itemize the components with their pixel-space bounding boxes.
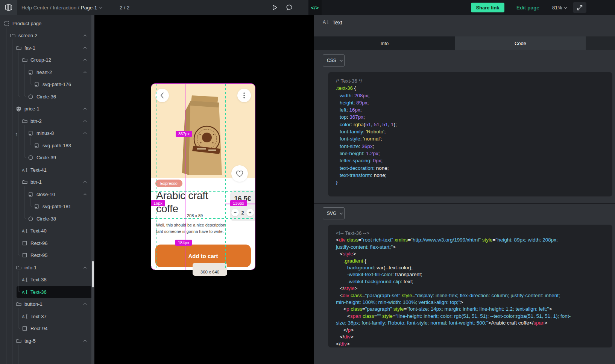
- tree-item-label: close-10: [36, 192, 55, 197]
- tree-item-screen-2[interactable]: screen-2: [0, 30, 91, 42]
- chevron-down-icon: [564, 5, 567, 8]
- tree-item-label: heart-2: [36, 69, 52, 75]
- tree-item-Rect-94[interactable]: Rect-94: [0, 323, 91, 335]
- svg-text:A: A: [22, 290, 25, 294]
- measurement-badge-top: 367px: [176, 131, 192, 137]
- tree-item-Circle-38[interactable]: Circle-38: [0, 213, 91, 225]
- rect-icon: [22, 252, 27, 258]
- tree-item-label: Text-37: [30, 314, 47, 319]
- code-line: text-decoration: none;: [336, 165, 606, 172]
- collapse-chevron-icon[interactable]: [81, 179, 86, 185]
- tree-item-Circle-36[interactable]: Circle-36: [0, 91, 91, 103]
- collapse-chevron-icon[interactable]: [81, 45, 86, 51]
- collapse-chevron-icon[interactable]: [81, 106, 86, 112]
- tree-item-tag-5[interactable]: tag-5: [0, 335, 91, 347]
- design-canvas[interactable]: Expresso Arabic craft coffe 208 x 89 16.…: [94, 15, 314, 364]
- edit-page-link[interactable]: Edit page: [516, 0, 540, 15]
- tree-item-Text-38[interactable]: AText-38: [0, 274, 91, 286]
- css-code-block[interactable]: /* Text-36 */.text-36 {width: 208px;heig…: [328, 72, 612, 196]
- tree-item-minus-8[interactable]: minus-8: [0, 127, 91, 140]
- svg-format-dropdown[interactable]: SVG: [323, 207, 345, 219]
- sidebar-scrollbar[interactable]: [91, 15, 94, 364]
- collapse-chevron-icon[interactable]: [81, 130, 86, 136]
- code-view-button[interactable]: </>: [308, 0, 322, 15]
- tree-item-btn-2[interactable]: btn-2: [0, 115, 91, 127]
- collapse-chevron-icon[interactable]: [81, 69, 86, 75]
- folder-icon: [16, 45, 21, 51]
- tab-info[interactable]: Info: [314, 36, 455, 50]
- rect-icon: [22, 240, 27, 246]
- code-line: top: 367px;: [336, 113, 606, 121]
- indent-guide: [12, 39, 12, 364]
- code-line: </style>: [336, 285, 606, 292]
- tree-item-svg-path-176[interactable]: svg-path-176: [0, 79, 91, 91]
- collapse-chevron-icon[interactable]: [81, 33, 86, 38]
- fullscreen-button[interactable]: [573, 2, 586, 13]
- tree-item-heart-2[interactable]: heart-2: [0, 66, 91, 79]
- comments-button[interactable]: [283, 0, 296, 15]
- product-title-text[interactable]: Arabic craft coffe: [156, 189, 228, 215]
- tab-code[interactable]: Code: [455, 36, 586, 50]
- collapse-chevron-icon[interactable]: [81, 192, 86, 197]
- collapse-chevron-icon[interactable]: [81, 265, 86, 270]
- back-button[interactable]: [155, 89, 169, 102]
- sidebar-scrollbar-thumb[interactable]: [92, 261, 94, 287]
- css-format-dropdown[interactable]: CSS: [323, 54, 345, 66]
- circle-icon: [28, 155, 33, 160]
- tree-item-Text-41[interactable]: AText-41: [0, 164, 91, 176]
- svg-text:A: A: [323, 20, 326, 24]
- code-line: color: rgba(51, 51, 51, 1);: [336, 121, 606, 128]
- tree-item-price-1[interactable]: price-1: [0, 103, 91, 115]
- tree-item-Group-12[interactable]: Group-12: [0, 54, 91, 66]
- breadcrumb-current-page: Page-1: [81, 5, 97, 11]
- folder-icon: [22, 57, 27, 63]
- collapse-chevron-icon[interactable]: [81, 57, 86, 63]
- tree-item-Text-36[interactable]: AText-36: [0, 286, 91, 298]
- text-layer-icon: A: [323, 20, 329, 26]
- code-line: justify-content: flex-start;">: [336, 244, 606, 251]
- tree-item-Rect-96[interactable]: Rect-96: [0, 237, 91, 249]
- tree-item-Text-37[interactable]: AText-37: [0, 310, 91, 323]
- tree-item-label: Rect-96: [30, 240, 48, 246]
- product-page-frame[interactable]: Expresso Arabic craft coffe 208 x 89 16.…: [151, 84, 255, 270]
- collapse-chevron-icon[interactable]: [81, 301, 86, 307]
- breadcrumb[interactable]: Help Center / Interaction / Page-1: [21, 0, 102, 15]
- tree-item-label: Text-38: [30, 277, 47, 282]
- product-description-text[interactable]: Well, this should be a nice description …: [156, 222, 225, 235]
- favorite-button[interactable]: [231, 165, 248, 182]
- svg-code-block[interactable]: <!-- Text-36 --><div class="root rich-te…: [328, 225, 612, 347]
- svg-icon: [28, 69, 33, 75]
- crate-logo-icon: [5, 3, 13, 12]
- product-tag-badge[interactable]: Expresso: [155, 180, 182, 187]
- tree-item-Product page[interactable]: Product page: [0, 17, 91, 30]
- text-icon: A: [22, 228, 27, 234]
- svg-icon: [28, 130, 33, 136]
- code-line: <p class="paragraph" style="font-size: 1…: [336, 306, 606, 313]
- play-button[interactable]: [269, 0, 281, 15]
- more-options-button[interactable]: [237, 89, 251, 102]
- tree-item-fav-1[interactable]: fav-1: [0, 42, 91, 54]
- tree-item-label: fav-1: [24, 45, 35, 51]
- tree-item-button-1[interactable]: button-1: [0, 298, 91, 311]
- tree-item-btn-1[interactable]: btn-1: [0, 176, 91, 189]
- tree-item-Text-40[interactable]: AText-40: [0, 225, 91, 237]
- app-logo[interactable]: [0, 0, 17, 15]
- code-line: -webkit-background-clip: text;: [336, 278, 606, 285]
- quantity-minus-button[interactable]: −: [231, 209, 239, 216]
- tree-item-info-1[interactable]: info-1: [0, 261, 91, 274]
- tree-item-svg-path-181[interactable]: svg-path-181: [0, 201, 91, 213]
- collapse-chevron-icon[interactable]: [81, 118, 86, 124]
- code-line: }: [336, 179, 606, 186]
- collapse-chevron-icon[interactable]: [81, 338, 86, 344]
- svg-icon: [34, 82, 39, 87]
- share-link-button[interactable]: Share link: [471, 3, 504, 12]
- tree-item-close-10[interactable]: close-10: [0, 188, 91, 201]
- tree-item-Circle-39[interactable]: Circle-39: [0, 152, 91, 164]
- tree-item-label: Product page: [12, 21, 41, 26]
- zoom-level-dropdown[interactable]: 81%: [552, 0, 567, 15]
- tree-item-Rect-95[interactable]: Rect-95: [0, 249, 91, 262]
- code-line: <span class="" style="line-height: inher…: [336, 313, 606, 320]
- quantity-plus-button[interactable]: +: [246, 209, 254, 216]
- tree-item-label: btn-2: [30, 118, 42, 124]
- tree-item-svg-path-183[interactable]: svg-path-183: [0, 139, 91, 152]
